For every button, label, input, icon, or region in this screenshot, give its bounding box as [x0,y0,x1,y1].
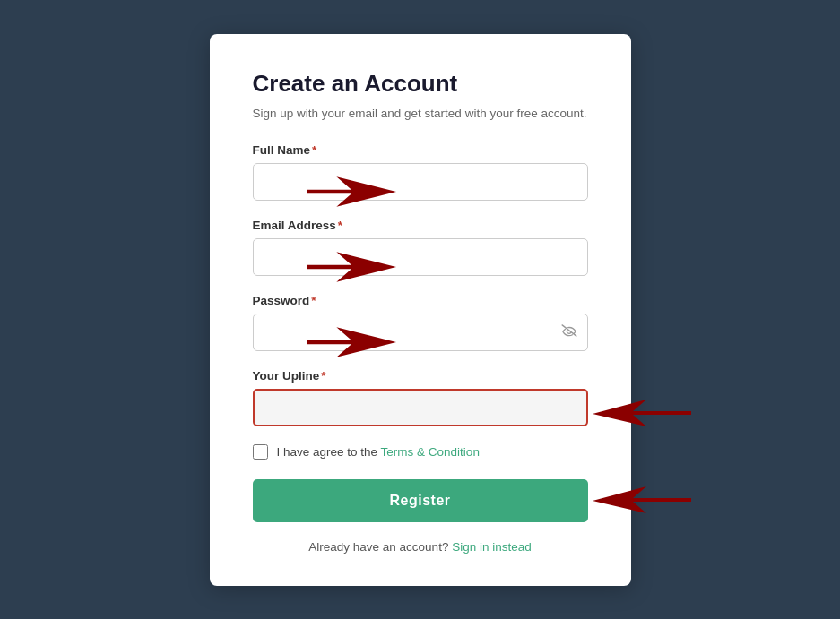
terms-checkbox-row: I have agree to the Terms & Condition [253,444,588,460]
upline-group: Your Upline* profvest_com111 [253,369,588,426]
page-title: Create an Account [253,70,588,98]
registration-card: Create an Account Sign up with your emai… [210,34,631,586]
email-required-star: * [338,219,342,232]
fullname-group: Full Name* [253,143,588,201]
upline-label: Your Upline* [253,369,588,383]
arrow-email-icon [307,251,396,283]
email-label: Email Address* [253,219,588,232]
arrow-upline-icon [588,398,696,430]
fullname-input[interactable] [253,163,588,201]
signin-row: Already have an account? Sign in instead [253,540,588,554]
svg-marker-4 [593,486,691,513]
terms-label: I have agree to the Terms & Condition [277,445,480,459]
terms-checkbox[interactable] [253,444,268,460]
password-required-star: * [311,294,316,307]
registration-form: Full Name* Email Address* Password* [253,143,588,522]
arrow-fullname-icon [307,176,396,208]
signin-link[interactable]: Sign in instead [452,540,532,554]
terms-link[interactable]: Terms & Condition [381,445,480,459]
register-button[interactable]: Register [253,479,588,522]
upline-required-star: * [321,369,325,383]
password-group: Password* [253,294,588,351]
password-wrapper [253,314,588,351]
email-input[interactable] [253,238,588,276]
password-input[interactable] [253,314,588,351]
svg-marker-0 [307,176,396,206]
fullname-label: Full Name* [253,143,588,157]
toggle-password-icon[interactable] [561,324,577,340]
signin-prompt: Already have an account? [308,540,448,554]
fullname-required-star: * [312,143,316,157]
register-wrapper: Register [253,479,588,522]
svg-marker-2 [307,327,396,357]
password-label: Password* [253,294,588,307]
svg-marker-3 [593,400,691,426]
upline-input[interactable]: profvest_com111 [253,389,588,426]
svg-marker-1 [307,252,396,281]
arrow-register-icon [588,485,696,517]
email-group: Email Address* [253,219,588,276]
page-subtitle: Sign up with your email and get started … [253,107,588,120]
arrow-password-icon [307,326,396,358]
